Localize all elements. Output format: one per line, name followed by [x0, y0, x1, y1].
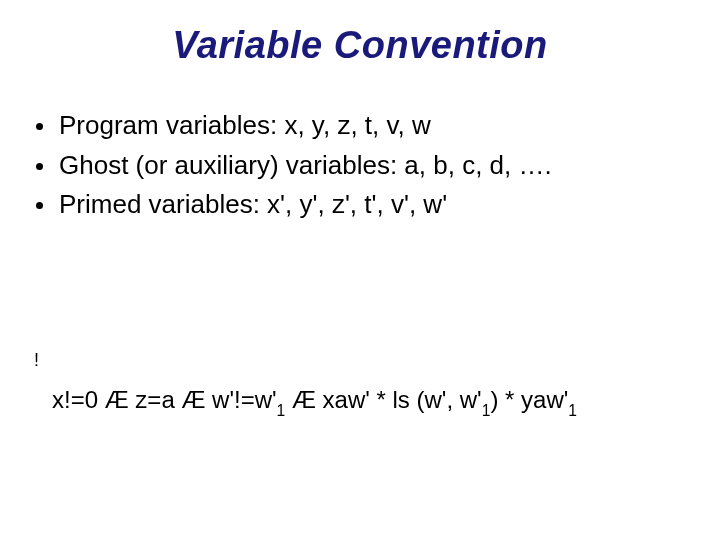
- slide-title: Variable Convention: [0, 24, 720, 67]
- bullet-text: Primed variables: x', y', z', t', v', w': [59, 186, 720, 224]
- bullet-list: Program variables: x, y, z, t, v, w Ghos…: [36, 107, 720, 224]
- bullet-dot-icon: [36, 163, 43, 170]
- bullet-item: Primed variables: x', y', z', t', v', w': [36, 186, 720, 224]
- stray-mark: !: [34, 350, 39, 371]
- formula-part: Æ xaw' * ls (w', w': [285, 386, 481, 413]
- bullet-dot-icon: [36, 123, 43, 130]
- formula-sub: 1: [568, 402, 577, 419]
- bullet-item: Ghost (or auxiliary) variables: a, b, c,…: [36, 147, 720, 185]
- formula-part: x!=0 Æ z=a Æ w'!=w': [52, 386, 277, 413]
- bullet-item: Program variables: x, y, z, t, v, w: [36, 107, 720, 145]
- bullet-text: Program variables: x, y, z, t, v, w: [59, 107, 720, 145]
- formula-sub: 1: [482, 402, 491, 419]
- formula-line: x!=0 Æ z=a Æ w'!=w'1 Æ xaw' * ls (w', w'…: [52, 386, 577, 418]
- slide: Variable Convention Program variables: x…: [0, 24, 720, 540]
- bullet-dot-icon: [36, 202, 43, 209]
- bullet-text: Ghost (or auxiliary) variables: a, b, c,…: [59, 147, 720, 185]
- formula-part: ) * yaw': [490, 386, 568, 413]
- formula-sub: 1: [277, 402, 286, 419]
